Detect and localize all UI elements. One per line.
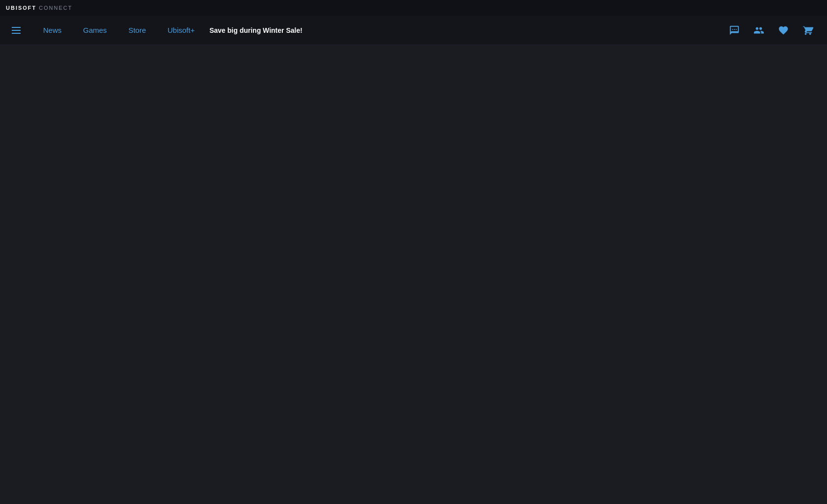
cart-button[interactable] xyxy=(797,20,819,41)
friends-icon xyxy=(753,25,764,36)
nav-promo-text: Save big during Winter Sale! xyxy=(209,26,302,34)
brand-connect: CONNECT xyxy=(39,5,72,11)
nav-icons xyxy=(723,20,819,41)
cart-icon xyxy=(802,25,813,36)
heart-icon xyxy=(778,25,789,36)
nav-links: News Games Store Ubisoft+ Save big durin… xyxy=(32,16,723,45)
hamburger-line-3 xyxy=(12,33,21,34)
nav-link-news[interactable]: News xyxy=(32,16,73,45)
nav-link-store[interactable]: Store xyxy=(118,16,157,45)
brand-ubisoft: UBISOFT xyxy=(6,5,36,11)
title-bar: UBISOFT CONNECT xyxy=(0,0,827,16)
wishlist-button[interactable] xyxy=(772,20,795,41)
main-content xyxy=(0,45,827,504)
nav-link-ubisoft-plus[interactable]: Ubisoft+ xyxy=(157,16,205,45)
nav-bar: News Games Store Ubisoft+ Save big durin… xyxy=(0,16,827,45)
chat-button[interactable] xyxy=(723,20,746,41)
nav-link-games[interactable]: Games xyxy=(73,16,118,45)
hamburger-line-1 xyxy=(12,27,21,28)
friends-button[interactable] xyxy=(748,20,770,41)
app-logo: UBISOFT CONNECT xyxy=(6,5,73,11)
chat-icon xyxy=(729,25,740,36)
hamburger-line-2 xyxy=(12,30,21,31)
hamburger-menu-button[interactable] xyxy=(8,23,25,38)
